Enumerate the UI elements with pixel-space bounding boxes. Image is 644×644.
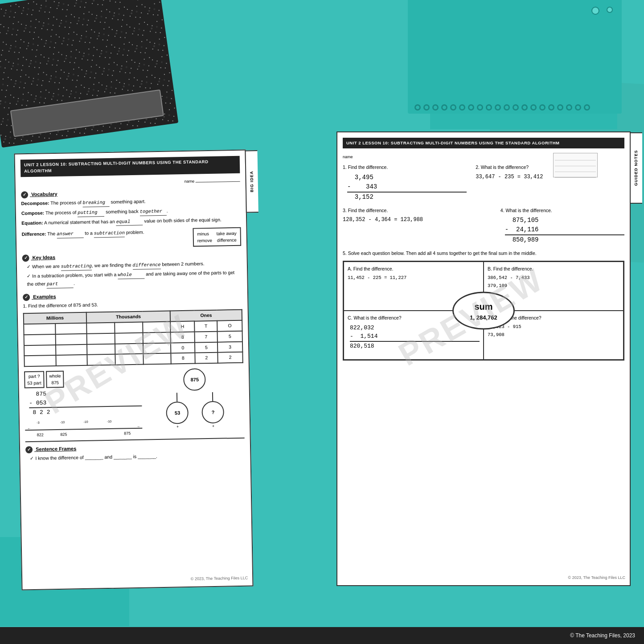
cell-b-answer: 379,109 [488, 283, 619, 290]
left-footer: © 2023, The Teaching Files LLC [191, 575, 248, 582]
o-header: O [217, 320, 242, 332]
tree-top-circle: 875 [183, 368, 206, 391]
tree-diagram: 875 53 + ? + [146, 368, 244, 431]
problem3-equation: 128,352 - 4,364 = 123,988 [343, 216, 492, 224]
problem-4: 4. What is the difference. 875,105 - 24,… [500, 207, 624, 245]
spiral-ring [459, 104, 465, 111]
cell-a-label: A. Find the difference. [348, 266, 480, 273]
cell-b-equation: 386,542 - 7,433 [488, 275, 619, 282]
ones-header: Ones [170, 310, 242, 322]
spiral-ring [566, 104, 572, 111]
cell-b-label: B. Find the difference. [488, 266, 619, 273]
millions-header: Millions [24, 312, 87, 324]
pv-cell: 8 [171, 353, 196, 364]
spiral-ring [521, 104, 528, 111]
problem5-label: 5. Solve each question below. Then add a… [343, 250, 624, 257]
notebook-black [0, 0, 178, 148]
spiral-ring [450, 104, 456, 111]
problem4-label: 4. What is the difference. [500, 207, 624, 214]
sf-checkmark: ✓ [25, 446, 33, 453]
spiral-ring [548, 104, 554, 111]
cell-d-answer: 73,908 [488, 332, 619, 339]
cell-d-equation: 74,823 - 915 [488, 324, 619, 331]
spiral-ring [495, 104, 501, 111]
worksheet-right: GUIDED NOTES UNIT 2 LESSON 10: SUBTRACTI… [336, 131, 631, 586]
sum-label: sum [474, 299, 492, 313]
ki1-blank1: subtracting [61, 263, 92, 271]
h-header: H [170, 321, 195, 332]
nl-value-1: 822 [37, 432, 44, 439]
pv-cell: 5 [195, 342, 217, 353]
big-idea-tab: BIG IDEA [245, 150, 258, 213]
spiral-ring [557, 104, 563, 111]
problem-5: 5. Solve each question below. Then add a… [343, 250, 624, 361]
problem1-label: 1. Find the difference. [343, 164, 467, 171]
notebook-hole-2 [607, 7, 613, 13]
spiral-ring [432, 104, 439, 111]
right-worksheet-header: UNIT 2 LESSON 10: SUBTRACTING MULTI-DIGI… [343, 138, 624, 148]
word-box: minus take away remove difference [193, 227, 241, 247]
problem2-equation: 33,647 - 235 = 33,412 [476, 173, 624, 181]
number-line: ← → 822 825 875 -3 -10 -10 -10 [25, 418, 143, 439]
problem2-label: 2. What is the difference? [476, 164, 624, 171]
sum-value: 1, 284,762 [470, 313, 497, 322]
cell-c-answer: 820,518 [350, 341, 480, 351]
spiral-ring [423, 104, 430, 111]
problem-3: 3. Find the difference. 128,352 - 4,364 … [343, 207, 492, 245]
spiral-ring [539, 104, 546, 111]
problems-row-2: 3. Find the difference. 128,352 - 4,364 … [343, 207, 624, 245]
difference-blank3: subtraction [94, 230, 125, 238]
ki2-blank2: part [47, 280, 74, 288]
spiral-ring [513, 104, 519, 111]
key-ideas-checkmark: ✓ [22, 254, 29, 262]
bottom-copyright: © The Teaching Files, 2023 [570, 632, 635, 639]
cell-c-math: 822,032 - 1,514 820,518 [350, 324, 480, 351]
difference-blank1: answer [57, 230, 83, 238]
spiral-ring [486, 104, 492, 111]
right-footer: © 2023, The Teaching Files LLC [568, 575, 625, 581]
nl-value-2: 825 [60, 432, 67, 438]
notebook-hole-1 [591, 7, 599, 15]
spiral-ring [414, 104, 421, 111]
pv-cell: 2 [218, 352, 243, 363]
vocab-checkmark: ✓ [21, 191, 28, 198]
whole-label: whole 875 [46, 371, 64, 388]
name-area: name [343, 153, 624, 160]
sentence-frame-1: ✓ I know the difference of _______ and _… [30, 451, 245, 462]
pv-cell: 2 [195, 353, 218, 364]
worksheet-left: BIG IDEA UNIT 2 LESSON 10: SUBTRACTING M… [14, 150, 253, 591]
problem4-math: 875,105 - 24,116 850,989 [505, 216, 624, 245]
key-idea-2: ✓ In a subtraction problem, you start wi… [27, 269, 242, 289]
ki2-blank1: whole [118, 271, 144, 279]
example1-label: 1. Find the difference of 875 and 53. [23, 299, 242, 309]
left-worksheet-header: UNIT 2 LESSON 10: SUBTRACTING MULTI-DIGI… [21, 156, 240, 177]
cell-a-equation: 11,452 - 225 = 11,227 [348, 275, 480, 282]
tree-right-circle: ? [202, 401, 225, 423]
nl-value-3: 875 [124, 431, 131, 437]
t-header: T [194, 321, 217, 332]
pv-cell: 3 [217, 341, 242, 353]
place-value-table: Millions Thousands Ones H T O 8 7 5 [23, 309, 243, 367]
equation-blank: equal [116, 218, 143, 226]
compose-blank3: together [140, 208, 167, 216]
spiral-ring [504, 104, 510, 111]
name-label-right: name [343, 155, 353, 159]
spiral-ring [468, 104, 474, 111]
spiral-ring [477, 104, 483, 111]
spiral-ring [530, 104, 537, 111]
thousands-header: Thousands [86, 311, 170, 323]
spiral-binding [414, 101, 615, 114]
part-label-1: part ? 53 part [24, 371, 45, 389]
pv-cell: 8 [171, 332, 195, 343]
problem3-label: 3. Find the difference. [343, 207, 492, 214]
spiral-ring [575, 104, 581, 111]
guided-notes-tab: GUIDED NOTES [630, 132, 642, 204]
divider [25, 437, 245, 442]
examples-checkmark: ✓ [23, 294, 30, 301]
pv-cell: 7 [195, 331, 217, 342]
pv-cell: 0 [171, 342, 195, 353]
compose-blank1: putting [78, 209, 104, 217]
ki1-blank2: difference [132, 262, 160, 270]
problem-2: 2. What is the difference? 33,647 - 235 … [476, 164, 624, 202]
spiral-ring [441, 104, 447, 111]
